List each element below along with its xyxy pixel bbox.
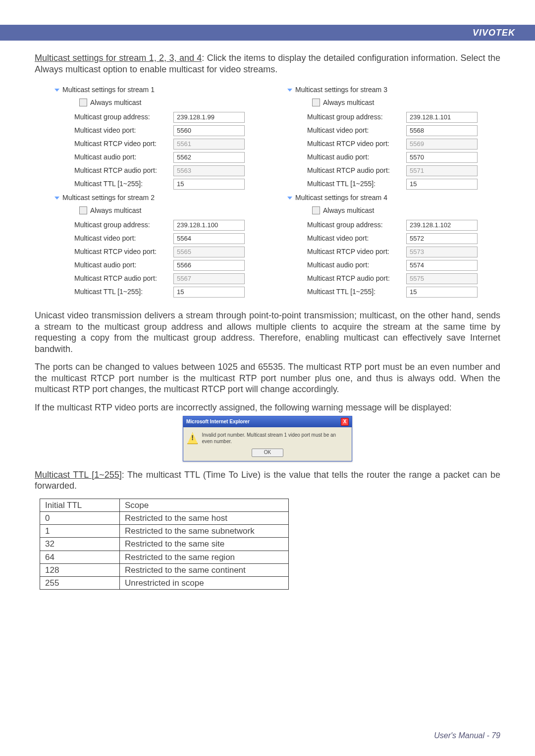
stream4-group-input[interactable]: 239.128.1.102: [406, 220, 478, 231]
stream3-group-input[interactable]: 239.128.1.101: [406, 112, 478, 123]
stream4-vport-input[interactable]: 5572: [406, 233, 478, 244]
always-label: Always multicast: [323, 206, 374, 215]
stream2-vport-input[interactable]: 5564: [173, 233, 245, 244]
ports-paragraph: The ports can be changed to values betwe…: [35, 361, 500, 395]
stream1-rtcpv-input: 5561: [173, 139, 245, 150]
stream3-rtcpa-input: 5571: [406, 165, 478, 176]
stream2-title: Multicast settings for stream 2: [62, 194, 155, 202]
stream3-vport-input[interactable]: 5568: [406, 125, 478, 136]
ttl-header-scope: Scope: [120, 499, 289, 511]
label-ttl: Multicast TTL [1~255]:: [74, 180, 173, 189]
brand-bar: VIVOTEK: [0, 25, 535, 41]
table-row: 1Restricted to the same subnetwork: [40, 525, 289, 538]
label-group: Multicast group address:: [307, 221, 406, 230]
label-aport: Multicast audio port:: [74, 153, 173, 162]
stream2-rtcpa-input: 5567: [173, 273, 245, 284]
ttl-header-initial: Initial TTL: [40, 499, 120, 511]
stream2-rtcpv-input: 5565: [173, 247, 245, 257]
stream1-header[interactable]: Multicast settings for stream 1: [54, 86, 268, 95]
stream2-header[interactable]: Multicast settings for stream 2: [54, 194, 268, 202]
dialog-title-text: Microsoft Internet Explorer: [186, 419, 250, 425]
close-icon[interactable]: X: [341, 418, 349, 426]
ttl-paragraph: Multicast TTL [1~255]: The multicast TTL…: [35, 469, 500, 492]
table-row: 64Restricted to the same region: [40, 551, 289, 563]
top-spacer: [0, 0, 535, 25]
label-rtcpv: Multicast RTCP video port:: [74, 140, 173, 149]
dialog-message: Invalid port number. Multicast stream 1 …: [202, 432, 348, 445]
ttl-underline: Multicast TTL [1~255]: [35, 470, 122, 480]
stream1-always-checkbox[interactable]: [79, 99, 87, 106]
label-aport: Multicast audio port:: [307, 261, 406, 270]
stream4-ttl-input[interactable]: 15: [406, 287, 478, 298]
label-group: Multicast group address:: [307, 113, 406, 122]
stream3-always-checkbox[interactable]: [312, 99, 320, 106]
ttl-table: Initial TTL Scope 0Restricted to the sam…: [40, 499, 289, 590]
stream1-ttl-input[interactable]: 15: [173, 179, 245, 190]
stream4-rtcpa-input: 5575: [406, 273, 478, 284]
stream2-ttl-input[interactable]: 15: [173, 287, 245, 298]
label-rtcpv: Multicast RTCP video port:: [74, 248, 173, 256]
stream3-aport-input[interactable]: 5570: [406, 152, 478, 163]
stream4-aport-input[interactable]: 5574: [406, 260, 478, 271]
label-group: Multicast group address:: [74, 221, 173, 230]
stream4-title: Multicast settings for stream 4: [295, 194, 387, 202]
label-rtcpa: Multicast RTCP audio port:: [74, 274, 173, 283]
stream4-header[interactable]: Multicast settings for stream 4: [287, 194, 500, 202]
warning-icon: !: [187, 432, 198, 444]
unicast-paragraph: Unicast video transmission delivers a st…: [35, 310, 500, 354]
chevron-down-icon: [287, 197, 292, 200]
label-ttl: Multicast TTL [1~255]:: [74, 288, 173, 297]
label-vport: Multicast video port:: [307, 234, 406, 243]
label-aport: Multicast audio port:: [307, 153, 406, 162]
stream3-rtcpv-input: 5569: [406, 139, 478, 150]
always-label: Always multicast: [90, 99, 141, 107]
warning-dialog: Microsoft Internet Explorer X ! Invalid …: [183, 416, 352, 461]
table-row: 255Unrestricted in scope: [40, 577, 289, 590]
chevron-down-icon: [54, 89, 59, 92]
stream1-rtcpa-input: 5563: [173, 165, 245, 176]
label-rtcpv: Multicast RTCP video port:: [307, 140, 406, 149]
label-ttl: Multicast TTL [1~255]:: [307, 180, 406, 189]
stream3-title: Multicast settings for stream 3: [295, 86, 387, 95]
chevron-down-icon: [287, 89, 292, 92]
stream3-ttl-input[interactable]: 15: [406, 179, 478, 190]
label-vport: Multicast video port:: [74, 234, 173, 243]
stream4-rtcpv-input: 5573: [406, 247, 478, 257]
stream1-vport-input[interactable]: 5560: [173, 125, 245, 136]
label-vport: Multicast video port:: [307, 126, 406, 135]
stream4-always-checkbox[interactable]: [312, 206, 320, 214]
label-rtcpa: Multicast RTCP audio port:: [74, 166, 173, 175]
brand-text: VIVOTEK: [473, 28, 515, 38]
label-ttl: Multicast TTL [1~255]:: [307, 288, 406, 297]
table-row: 32Restricted to the same site: [40, 538, 289, 551]
ok-button[interactable]: OK: [252, 449, 283, 457]
always-label: Always multicast: [90, 206, 141, 215]
settings-grid: Multicast settings for stream 1 Always m…: [35, 82, 500, 300]
label-group: Multicast group address:: [74, 113, 173, 122]
stream1-group-input[interactable]: 239.128.1.99: [173, 112, 245, 123]
intro-paragraph: Multicast settings for stream 1, 2, 3, a…: [35, 52, 500, 75]
page-footer: User's Manual - 79: [434, 731, 500, 740]
stream2-group-input[interactable]: 239.128.1.100: [173, 220, 245, 231]
table-row: 0Restricted to the same host: [40, 511, 289, 524]
warn-paragraph: If the multicast RTP video ports are inc…: [35, 402, 500, 413]
stream2-aport-input[interactable]: 5566: [173, 260, 245, 271]
dialog-titlebar: Microsoft Internet Explorer X: [183, 416, 352, 427]
stream1-title: Multicast settings for stream 1: [62, 86, 155, 95]
label-rtcpv: Multicast RTCP video port:: [307, 248, 406, 256]
stream3-header[interactable]: Multicast settings for stream 3: [287, 86, 500, 95]
label-rtcpa: Multicast RTCP audio port:: [307, 166, 406, 175]
intro-underline: Multicast settings for stream 1, 2, 3, a…: [35, 53, 202, 63]
table-row: 128Restricted to the same continent: [40, 563, 289, 576]
label-rtcpa: Multicast RTCP audio port:: [307, 274, 406, 283]
always-label: Always multicast: [323, 99, 374, 107]
label-aport: Multicast audio port:: [74, 261, 173, 270]
chevron-down-icon: [54, 197, 59, 200]
label-vport: Multicast video port:: [74, 126, 173, 135]
stream1-aport-input[interactable]: 5562: [173, 152, 245, 163]
stream2-always-checkbox[interactable]: [79, 206, 87, 214]
